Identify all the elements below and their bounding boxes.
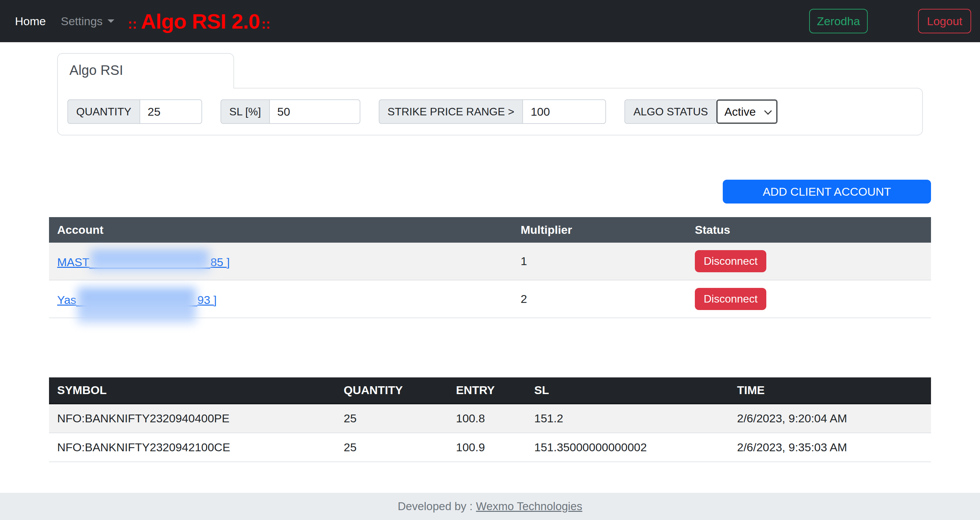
positions-header-entry: ENTRY (448, 377, 526, 404)
sl-label: SL [%] (221, 99, 269, 124)
sl-group: SL [%] (221, 99, 360, 124)
footer-wexmo-link[interactable]: Wexmo Technologies (476, 500, 582, 513)
position-2-quantity: 25 (336, 433, 448, 462)
accounts-header-status: Status (687, 217, 931, 243)
positions-header-time: TIME (729, 377, 931, 404)
account-link-2[interactable]: Yas93 ] (57, 293, 217, 306)
algo-status-select-wrap: Active (716, 99, 778, 124)
strike-range-group: STRIKE PRICE RANGE > (379, 99, 606, 124)
account-2-redacted-blur (76, 292, 197, 307)
algo-status-select[interactable]: Active (716, 99, 778, 124)
accounts-header-account: Account (49, 217, 512, 243)
account-row-1: MAST85 ] 1 Disconnect (49, 243, 931, 280)
app-title-suffix: :: (261, 16, 270, 32)
account-1-disconnect-button[interactable]: Disconnect (695, 250, 766, 272)
account-1-redacted-blur (89, 254, 210, 269)
nav-settings-dropdown[interactable]: Settings (61, 14, 115, 28)
zerodha-button[interactable]: Zerodha (809, 9, 868, 33)
add-client-account-button[interactable]: ADD CLIENT ACCOUNT (723, 180, 931, 204)
algo-settings-panel: QUANTITY SL [%] STRIKE PRICE RANGE > ALG… (57, 88, 923, 135)
account-link-1[interactable]: MAST85 ] (57, 256, 230, 269)
main-content: Algo RSI QUANTITY SL [%] STRIKE PRICE RA… (49, 53, 931, 462)
accounts-table: Account Multiplier Status MAST85 ] 1 Dis… (49, 217, 931, 318)
position-2-time: 2/6/2023, 9:35:03 AM (729, 433, 931, 462)
strike-range-label: STRIKE PRICE RANGE > (379, 99, 523, 124)
nav-home-link[interactable]: Home (15, 14, 46, 28)
page-footer: Developed by : Wexmo Technologies (0, 493, 980, 520)
quantity-label: QUANTITY (67, 99, 140, 124)
actions-row: ADD CLIENT ACCOUNT (49, 180, 931, 204)
quantity-group: QUANTITY (67, 99, 202, 124)
quantity-input[interactable] (140, 99, 202, 124)
position-1-sl: 151.2 (526, 404, 729, 433)
account-2-disconnect-button[interactable]: Disconnect (695, 288, 766, 310)
positions-table-header-row: SYMBOL QUANTITY ENTRY SL TIME (49, 377, 931, 404)
tab-algo-rsi-label: Algo RSI (69, 63, 123, 78)
nav-settings-label: Settings (61, 14, 103, 28)
position-2-sl: 151.35000000000002 (526, 433, 729, 462)
account-1-multiplier: 1 (512, 243, 687, 280)
accounts-table-header-row: Account Multiplier Status (49, 217, 931, 243)
position-1-symbol: NFO:BANKNIFTY2320940400PE (49, 404, 336, 433)
algo-status-label: ALGO STATUS (624, 99, 716, 124)
account-1-name-prefix: MAST (57, 256, 89, 269)
algo-rsi-page: Home Settings :: Algo RSI 2.0 :: Zerodha… (0, 0, 980, 520)
account-1-name-suffix: 85 ] (210, 256, 230, 269)
position-1-quantity: 25 (336, 404, 448, 433)
strike-range-input[interactable] (522, 99, 606, 124)
tab-algo-rsi[interactable]: Algo RSI (57, 53, 234, 89)
account-row-2: Yas93 ] 2 Disconnect (49, 280, 931, 318)
app-title-main: Algo RSI 2.0 (141, 9, 260, 33)
account-2-multiplier: 2 (512, 280, 687, 318)
account-2-name-prefix: Yas (57, 293, 76, 306)
position-row-2: NFO:BANKNIFTY2320942100CE 25 100.9 151.3… (49, 433, 931, 462)
app-title-prefix: :: (128, 16, 137, 32)
position-2-entry: 100.9 (448, 433, 526, 462)
position-2-symbol: NFO:BANKNIFTY2320942100CE (49, 433, 336, 462)
algo-status-group: ALGO STATUS Active (624, 99, 777, 124)
app-title: :: Algo RSI 2.0 :: (128, 9, 270, 33)
footer-text: Developed by : (398, 500, 473, 513)
positions-header-sl: SL (526, 377, 729, 404)
position-1-entry: 100.8 (448, 404, 526, 433)
accounts-header-multiplier: Multiplier (512, 217, 687, 243)
position-1-time: 2/6/2023, 9:20:04 AM (729, 404, 931, 433)
sl-input[interactable] (269, 99, 360, 124)
positions-header-quantity: QUANTITY (336, 377, 448, 404)
positions-table: SYMBOL QUANTITY ENTRY SL TIME NFO:BANKNI… (49, 377, 931, 462)
logout-button[interactable]: Logout (918, 9, 971, 33)
account-2-name-suffix: 93 ] (197, 293, 217, 306)
top-navbar: Home Settings :: Algo RSI 2.0 :: Zerodha… (0, 0, 980, 42)
position-row-1: NFO:BANKNIFTY2320940400PE 25 100.8 151.2… (49, 404, 931, 433)
positions-header-symbol: SYMBOL (49, 377, 336, 404)
algo-settings-card: Algo RSI QUANTITY SL [%] STRIKE PRICE RA… (57, 53, 923, 135)
chevron-down-icon (108, 19, 115, 23)
